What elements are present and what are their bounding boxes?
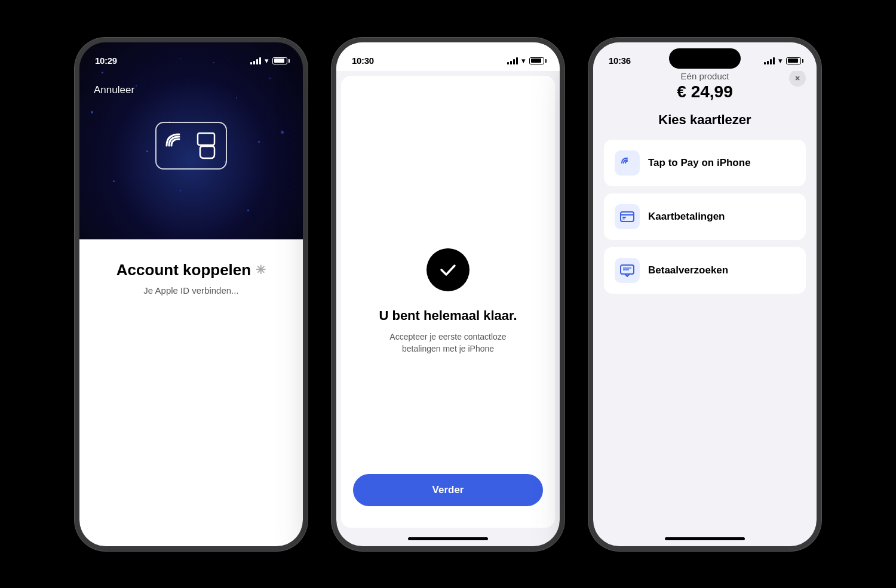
home-bar-2: [408, 537, 488, 540]
time-2: 10:30: [352, 56, 374, 66]
option-label-kaart: Kaartbetalingen: [648, 211, 725, 223]
svg-rect-2: [621, 212, 634, 221]
hand-card-icon: [197, 132, 218, 159]
svg-rect-0: [198, 133, 214, 145]
home-bar-3: [665, 537, 745, 540]
status-bar-2: 10:30 ▾: [336, 42, 560, 71]
dynamic-island-3: [669, 48, 741, 69]
option-kaartbetalingen[interactable]: Kaartbetalingen: [604, 193, 806, 240]
svg-rect-5: [622, 218, 625, 220]
spinner-icon: ✳: [256, 263, 266, 277]
time-3: 10:36: [609, 56, 631, 66]
wifi-icon-2: ▾: [521, 56, 526, 65]
product-price: € 24,99: [604, 82, 806, 101]
option-tap-to-pay[interactable]: Tap to Pay on iPhone: [604, 140, 806, 186]
picker-content: Eén product € 24,99 Kies kaartlezer Tap …: [593, 71, 817, 532]
close-button[interactable]: ×: [789, 70, 806, 87]
status-icons-3: ▾: [764, 56, 801, 65]
success-title: U bent helemaal klaar.: [379, 308, 517, 324]
account-subtitle: Je Apple ID verbinden...: [143, 285, 238, 295]
signal-icon-1: [250, 57, 261, 64]
signal-icon-3: [764, 57, 775, 64]
wifi-icon-1: ▾: [265, 56, 269, 65]
battery-icon-3: [786, 57, 801, 64]
time-1: 10:29: [95, 56, 117, 66]
nfc-section: Annuleer: [79, 42, 303, 239]
option-betaalverzoeken[interactable]: Betaalverzoeken: [604, 247, 806, 294]
tap-to-pay-icon: [615, 150, 640, 176]
phone-3: 10:36 ▾ × Eén product € 24,99 Kies kaart…: [588, 38, 821, 551]
signal-icon-2: [507, 57, 518, 64]
product-label: Eén product: [604, 71, 806, 81]
verder-button[interactable]: Verder: [353, 474, 543, 506]
checkmark-circle: [426, 248, 470, 291]
success-screen: U bent helemaal klaar. Accepteer je eers…: [341, 76, 555, 528]
option-label-betaal: Betaalverzoeken: [648, 264, 728, 276]
nfc-icon: [155, 122, 227, 170]
phone-1: 10:29 ▾: [75, 38, 308, 551]
account-section: Account koppelen ✳ Je Apple ID verbinden…: [79, 239, 303, 546]
wifi-icon-3: ▾: [778, 56, 783, 65]
nfc-waves-icon: [164, 131, 194, 161]
annuleer-button[interactable]: Annuleer: [94, 84, 134, 96]
status-icons-1: ▾: [250, 56, 287, 65]
status-icons-2: ▾: [507, 56, 544, 65]
betaalverzoeken-icon: [615, 258, 640, 283]
success-subtitle: Accepteer je eerste contactloze betaling…: [376, 331, 520, 355]
svg-rect-4: [622, 217, 626, 218]
account-title: Account koppelen ✳: [116, 261, 266, 279]
picker-title: Kies kaartlezer: [604, 112, 806, 128]
checkmark-icon: [437, 258, 459, 281]
battery-icon-1: [272, 57, 287, 64]
phone-2: 10:30 ▾ U bent hele: [332, 38, 564, 551]
option-label-tap: Tap to Pay on iPhone: [648, 157, 751, 169]
kaartbetalingen-icon: [615, 204, 640, 229]
battery-icon-2: [529, 57, 544, 64]
